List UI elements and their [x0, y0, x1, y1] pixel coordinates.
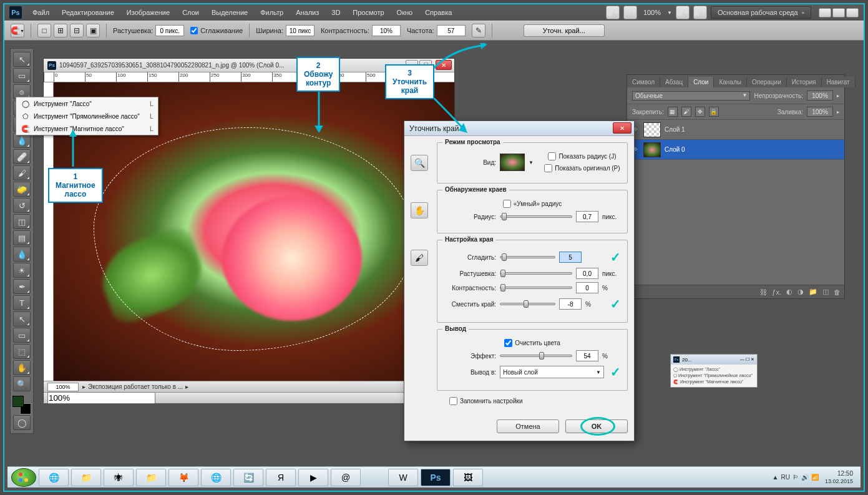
start-button[interactable]	[11, 468, 36, 487]
feather-input[interactable]	[155, 25, 184, 36]
new-layer-icon[interactable]: ◫	[822, 288, 829, 296]
menu-view[interactable]: Просмотр	[347, 7, 389, 18]
marquee-tool[interactable]: ▭	[13, 68, 31, 83]
selection-subtract-icon[interactable]: ⊟	[70, 24, 84, 37]
foreground-color[interactable]	[12, 396, 24, 407]
path-select-tool[interactable]: ↖	[13, 311, 31, 326]
tray-icon[interactable]: ▲	[773, 474, 779, 481]
dialog-close-button[interactable]: ✕	[613, 122, 631, 134]
taskbar-app[interactable]: 🌐	[39, 469, 69, 486]
taskbar-app[interactable]: ▶	[298, 469, 328, 486]
amount-value[interactable]	[576, 350, 598, 361]
layer-name[interactable]: Слой 0	[665, 146, 685, 153]
brush-tool[interactable]: 🖌	[13, 165, 31, 180]
tab-character[interactable]: Символ	[627, 77, 660, 87]
amount-slider[interactable]	[500, 355, 572, 357]
hand-tool[interactable]: ✋	[13, 360, 31, 375]
pen-pressure-icon[interactable]: ✎	[472, 24, 485, 37]
stamp-tool[interactable]: 🧽	[13, 182, 31, 197]
ok-button[interactable]: OK	[565, 419, 628, 433]
lock-position-icon[interactable]: ✥	[695, 107, 705, 117]
tray-icon[interactable]: 🏳	[792, 474, 799, 481]
adjustment-layer-icon[interactable]: ◑	[797, 288, 804, 296]
output-to-select[interactable]: Новый слой▼	[500, 366, 604, 378]
tray-icon[interactable]: 📶	[811, 474, 819, 481]
menu-filter[interactable]: Фильтр	[255, 7, 289, 18]
taskbar-app[interactable]: 🌐	[201, 469, 231, 486]
move-tool[interactable]: ↖	[13, 52, 31, 67]
shape-tool[interactable]: ▭	[13, 328, 31, 343]
show-radius-checkbox[interactable]	[548, 152, 556, 160]
tray-lang[interactable]: RU	[781, 474, 790, 481]
taskbar-app[interactable]: 🦊	[168, 469, 198, 486]
taskbar-app[interactable]: Я	[266, 469, 296, 486]
doc-zoom-input-2[interactable]	[47, 392, 155, 404]
contrast-input[interactable]	[372, 25, 401, 36]
gradient-tool[interactable]: ▤	[13, 230, 31, 245]
menu-window[interactable]: Окно	[391, 7, 419, 18]
contrast-value[interactable]	[576, 282, 598, 293]
selection-new-icon[interactable]: □	[37, 24, 51, 37]
view-thumbnail[interactable]	[500, 154, 525, 171]
layer-group-icon[interactable]: 📁	[809, 288, 817, 296]
link-layers-icon[interactable]: ⛓	[760, 288, 767, 296]
pen-tool[interactable]: ✒	[13, 279, 31, 294]
launch-bridge-icon[interactable]: ▦▼	[606, 6, 620, 19]
screen-mode-icon[interactable]: ▣▼	[693, 6, 707, 19]
tab-navigator[interactable]: Навигат	[822, 77, 856, 87]
taskbar-app[interactable]: 📁	[136, 469, 166, 486]
tab-paragraph[interactable]: Абзац	[660, 77, 688, 87]
taskbar-app[interactable]: @	[331, 469, 361, 486]
cancel-button[interactable]: Отмена	[497, 419, 559, 433]
selection-intersect-icon[interactable]: ▣	[86, 24, 100, 37]
show-original-checkbox[interactable]	[544, 164, 552, 172]
history-brush-tool[interactable]: ↺	[13, 198, 31, 213]
arrange-docs-icon[interactable]: ▦▼	[676, 6, 690, 19]
color-swatches[interactable]	[12, 396, 31, 414]
refine-zoom-tool[interactable]: 🔍	[411, 155, 428, 171]
feather-slider[interactable]	[500, 272, 572, 275]
blend-mode-select[interactable]: Обычные▼	[632, 91, 750, 100]
tab-layers[interactable]: Слои	[688, 77, 714, 87]
close-button[interactable]: ✕	[846, 8, 859, 17]
feather-value[interactable]	[576, 268, 598, 279]
maximize-button[interactable]: ☐	[832, 8, 845, 17]
decontaminate-checkbox[interactable]	[504, 339, 512, 347]
shift-value[interactable]	[559, 298, 582, 310]
selection-add-icon[interactable]: ⊞	[54, 24, 67, 37]
smooth-value[interactable]	[559, 252, 582, 263]
contrast-slider[interactable]	[500, 287, 572, 289]
workspace-button[interactable]: Основная рабочая среда»	[711, 6, 811, 19]
layer-mask-icon[interactable]: ◐	[786, 288, 792, 296]
radius-value[interactable]	[576, 211, 598, 222]
zoom-tool[interactable]: 🔍	[13, 376, 31, 391]
layer-row[interactable]: 👁 Слой 1	[627, 120, 844, 140]
layer-thumb[interactable]	[643, 142, 661, 157]
type-tool[interactable]: T	[13, 295, 31, 310]
width-input[interactable]	[286, 25, 315, 36]
lasso-item-lasso[interactable]: ◯ Инструмент "Лассо" L	[16, 97, 158, 110]
smart-radius-checkbox[interactable]	[503, 200, 511, 208]
lock-image-icon[interactable]: 🖌	[681, 107, 691, 117]
eraser-tool[interactable]: ◫	[13, 214, 31, 229]
menu-3d[interactable]: 3D	[326, 7, 346, 18]
lock-transparent-icon[interactable]: ▦	[668, 107, 678, 117]
doc-zoom-input[interactable]	[47, 383, 79, 391]
refine-brush-tool[interactable]: 🖌	[411, 250, 428, 266]
layer-name[interactable]: Слой 1	[665, 126, 685, 133]
view-extras-icon[interactable]: ▭▼	[623, 6, 637, 19]
taskbar-app[interactable]: 🕷	[104, 469, 134, 486]
menu-file[interactable]: Файл	[27, 7, 55, 18]
dodge-tool[interactable]: ☀	[13, 263, 31, 278]
taskbar-app[interactable]: W	[388, 469, 418, 486]
tray-icon[interactable]: 🔊	[801, 474, 809, 481]
menu-layers[interactable]: Слои	[177, 7, 205, 18]
menu-select[interactable]: Выделение	[206, 7, 253, 18]
taskbar-app[interactable]: 🖼	[453, 469, 483, 486]
menu-image[interactable]: Изображение	[121, 7, 175, 18]
tab-channels[interactable]: Каналы	[714, 77, 747, 87]
opacity-input[interactable]	[807, 91, 833, 100]
menu-help[interactable]: Справка	[419, 7, 457, 18]
tab-history[interactable]: История	[787, 77, 822, 87]
frequency-input[interactable]	[437, 25, 466, 36]
